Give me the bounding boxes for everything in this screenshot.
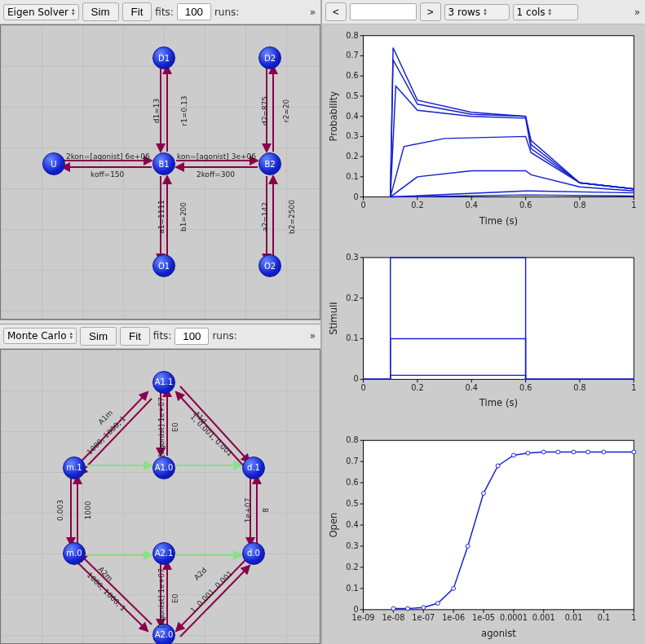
- svg-rect-65: [364, 258, 634, 379]
- fit-button-top[interactable]: Fit: [122, 2, 152, 21]
- node-U[interactable]: U: [42, 152, 65, 175]
- node-O2[interactable]: O2: [258, 254, 281, 277]
- edge-d2: d2=875: [261, 96, 269, 126]
- svg-text:0.5: 0.5: [346, 499, 358, 508]
- solver-label: Eigen Solver: [7, 7, 68, 18]
- node-B2[interactable]: B2: [258, 152, 281, 175]
- edge-kon1: 2kon=[agonist] 6e+06: [66, 152, 150, 161]
- cols-select[interactable]: 1 cols ▴▾: [513, 4, 578, 20]
- svg-text:1e-09: 1e-09: [352, 613, 375, 622]
- svg-text:Open: Open: [328, 512, 339, 537]
- svg-text:0: 0: [354, 375, 359, 384]
- svg-text:0.6: 0.6: [519, 201, 532, 210]
- edge-d1: d1=13: [152, 99, 161, 123]
- runs-label-bottom: runs:: [212, 330, 236, 342]
- plot-index-input[interactable]: [350, 3, 417, 20]
- svg-text:0.2: 0.2: [346, 293, 358, 302]
- solver-select-top[interactable]: Eigen Solver ▴▾: [3, 4, 79, 20]
- prev-button[interactable]: <: [325, 2, 347, 21]
- node-O1[interactable]: O1: [152, 254, 175, 277]
- expand-icon-top[interactable]: »: [308, 7, 317, 18]
- svg-text:0.7: 0.7: [346, 457, 358, 465]
- svg-point-133: [452, 586, 456, 590]
- edge-kon2: kon=[agonist] 3e+06: [177, 152, 256, 161]
- svg-text:0.6: 0.6: [346, 71, 358, 80]
- svg-text:0.1: 0.1: [598, 613, 610, 622]
- svg-point-139: [541, 450, 546, 454]
- svg-line-25: [180, 566, 250, 637]
- svg-point-141: [572, 450, 576, 454]
- svg-text:1: 1: [631, 201, 636, 210]
- edge-d: 8: [262, 508, 270, 513]
- node-A11[interactable]: A1.1: [152, 371, 175, 394]
- edge-a1: a1=1111: [157, 200, 166, 234]
- svg-point-135: [482, 492, 486, 496]
- plot-area: 00.20.40.60.8100.10.20.30.40.50.60.70.8T…: [322, 24, 645, 644]
- node-D2[interactable]: D2: [258, 46, 281, 69]
- svg-point-130: [406, 607, 410, 611]
- svg-text:0.4: 0.4: [466, 201, 478, 210]
- svg-point-131: [422, 606, 426, 610]
- svg-line-17: [180, 386, 250, 462]
- expand-icon-plots[interactable]: »: [633, 7, 642, 18]
- sim-button-top[interactable]: Sim: [82, 2, 119, 21]
- svg-text:0.1: 0.1: [346, 334, 358, 343]
- rows-select[interactable]: 3 rows ▴▾: [444, 4, 510, 20]
- node-B1[interactable]: B1: [152, 152, 175, 175]
- svg-text:0.4: 0.4: [346, 112, 358, 121]
- svg-text:0.8: 0.8: [573, 383, 585, 392]
- plot-probability[interactable]: 00.20.40.60.8100.10.20.30.40.50.60.70.8T…: [325, 28, 642, 228]
- fit-button-bottom[interactable]: Fit: [120, 327, 150, 346]
- node-D1[interactable]: D1: [152, 46, 175, 69]
- edge-ag1: [agonist] 1e+07: [157, 397, 166, 457]
- spinner-icon: ▴▾: [484, 8, 487, 16]
- spinner-icon: ▴▾: [549, 8, 552, 16]
- edge-r2: r2=20: [282, 99, 290, 122]
- svg-text:1: 1: [631, 613, 636, 622]
- svg-text:1e-06: 1e-06: [442, 613, 465, 622]
- diagram-top[interactable]: D1 D2 U B1 B2 O1 O2 d1=13 r1=0.13 d2=875…: [0, 24, 320, 320]
- svg-text:0.001: 0.001: [532, 613, 555, 622]
- edge-b1: b1=200: [179, 202, 188, 232]
- svg-text:0.0001: 0.0001: [500, 613, 528, 622]
- svg-text:1: 1: [631, 383, 636, 392]
- plot-stimuli[interactable]: 00.20.40.60.8100.10.20.3Time (s)Stimuli: [325, 230, 642, 430]
- fits-input-top[interactable]: [177, 3, 211, 20]
- node-m0[interactable]: m.0: [63, 542, 86, 565]
- svg-text:0: 0: [354, 605, 359, 614]
- edge-a2: a2=142: [261, 202, 269, 232]
- svg-text:0.8: 0.8: [573, 201, 585, 210]
- svg-text:0.6: 0.6: [519, 383, 532, 392]
- svg-text:0.6: 0.6: [346, 478, 358, 487]
- node-m1[interactable]: m.1: [63, 457, 86, 479]
- svg-text:agonist: agonist: [481, 628, 516, 639]
- svg-line-15: [79, 399, 152, 474]
- edge-d2b: 1e+07: [244, 498, 252, 523]
- fits-label-bottom: fits:: [153, 330, 172, 342]
- diagram-bottom[interactable]: A1.1 A1.0 A2.1 A2.0 m.1 m.0 d.1 d.0 A1m …: [0, 349, 320, 644]
- svg-text:0.3: 0.3: [346, 131, 358, 140]
- node-d0[interactable]: d.0: [242, 542, 265, 565]
- node-A10[interactable]: A1.0: [152, 457, 175, 479]
- plot-toolbar: < > 3 rows ▴▾ 1 cols ▴▾ »: [322, 0, 645, 24]
- node-A21[interactable]: A2.1: [152, 542, 175, 565]
- svg-text:0.7: 0.7: [346, 51, 358, 60]
- svg-rect-32: [364, 36, 634, 197]
- node-d1[interactable]: d.1: [242, 457, 265, 479]
- svg-text:0: 0: [360, 383, 365, 392]
- spinner-icon: ▴▾: [70, 332, 73, 340]
- edge-ag2: [agonist] 1e+07: [157, 568, 166, 628]
- svg-point-129: [391, 607, 395, 611]
- edge-m2: 1000: [84, 501, 92, 520]
- svg-point-144: [632, 450, 636, 454]
- edge-koff2: 2koff=300: [197, 170, 235, 179]
- plot-open[interactable]: 1e-091e-081e-071e-061e-050.00010.0010.01…: [325, 433, 642, 641]
- svg-text:0.01: 0.01: [565, 613, 583, 622]
- svg-text:0.2: 0.2: [346, 562, 358, 571]
- expand-icon-bottom[interactable]: »: [308, 330, 317, 342]
- fits-input-bottom[interactable]: [175, 328, 209, 345]
- sim-button-bottom[interactable]: Sim: [80, 327, 117, 346]
- edge-m: 0.003: [56, 500, 64, 521]
- solver-select-bottom[interactable]: Monte Carlo ▴▾: [3, 328, 77, 344]
- next-button[interactable]: >: [420, 2, 441, 21]
